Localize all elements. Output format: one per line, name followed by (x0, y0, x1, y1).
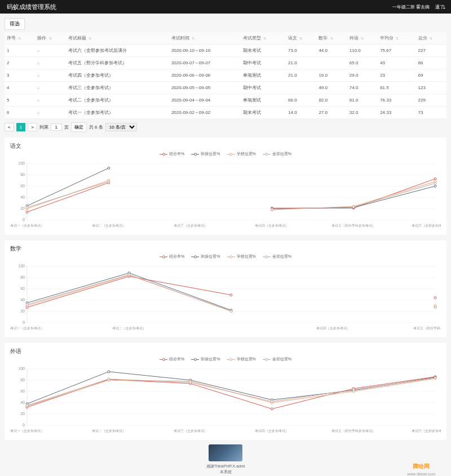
magnify-icon[interactable]: ⌕ (37, 98, 40, 103)
magnify-icon[interactable]: ⌕ (37, 73, 40, 78)
row-action[interactable]: ⌕ (35, 69, 65, 82)
svg-text:40: 40 (20, 195, 25, 199)
cell: 43 (378, 57, 415, 69)
legend-item[interactable]: 班级位置% (191, 254, 220, 259)
cell: 5 (5, 94, 35, 107)
chart-section-1: 数学 ⇣ 得分率%班级位置%学校位置%全部位置% 020406080100 考试… (5, 240, 446, 337)
table-row: 6⌕考试一（全参加考试）2020-09-02～09-02期末考试14.027.0… (5, 107, 446, 119)
col-2[interactable]: 考试标题 ⇅ (66, 32, 169, 45)
svg-text:80: 80 (20, 173, 25, 177)
sort-icon[interactable]: ⇅ (89, 36, 91, 40)
download-icon[interactable]: ⇣ (442, 5, 446, 10)
legend-item[interactable]: 得分率% (160, 356, 184, 362)
chart-legend: 得分率%班级位置%学校位置%全部位置% (10, 356, 441, 362)
page-confirm[interactable]: 确定 (71, 122, 87, 132)
col-5[interactable]: 语文 ⇅ (286, 32, 316, 45)
magnify-icon[interactable]: ⌕ (37, 48, 40, 53)
cell: 考试四（全参加考试） (66, 69, 169, 82)
svg-text:考试三（全参加考试）: 考试三（全参加考试） (174, 429, 207, 433)
row-action[interactable]: ⌕ (35, 107, 65, 119)
cell: 65.0 (347, 57, 378, 69)
svg-text:考试六（全部参加考试后满分不: 考试六（全部参加考试后满分不 (412, 223, 441, 228)
svg-text:0: 0 (23, 423, 25, 427)
col-9[interactable]: 总分 ⇅ (416, 32, 446, 45)
table-row: 1⌕考试六（全部参加考试后满分2020-09-10～09-10期末考试73.04… (5, 45, 446, 57)
svg-text:考试二（全参加考试）: 考试二（全参加考试） (112, 327, 146, 330)
svg-text:考试五（部分学科参加考试）: 考试五（部分学科参加考试） (331, 429, 375, 433)
svg-point-93 (108, 371, 110, 373)
legend-item[interactable]: 学校位置% (227, 254, 256, 259)
legend-item[interactable]: 得分率% (160, 254, 184, 259)
page-input[interactable] (51, 124, 62, 131)
sort-icon[interactable]: ⇅ (330, 36, 333, 40)
class-info[interactable]: 一年级二班 霍去病 (392, 4, 430, 10)
legend-item[interactable]: 班级位置% (191, 151, 220, 157)
chart-canvas: 020406080100 考试一（全参加考试）考试二（全参加考试）考试四（全参加… (10, 262, 441, 335)
col-0[interactable]: 序号 ⇅ (5, 32, 35, 45)
svg-point-17 (434, 178, 436, 180)
magnify-icon[interactable]: ⌕ (37, 60, 40, 65)
cell: 考试二（全参加考试） (66, 94, 169, 107)
cell: 110.0 (347, 45, 378, 57)
cell: 66.0 (286, 94, 316, 107)
chart-section-0: 语文 ⇣ 得分率%班级位置%学校位置%全部位置% 020406080100 考试… (5, 138, 446, 235)
magnify-icon[interactable]: ⌕ (37, 110, 40, 115)
page-1[interactable]: 1 (16, 123, 25, 131)
footer-decoration (209, 444, 242, 461)
cell: 考试六（全部参加考试后满分 (66, 45, 169, 57)
page-prev[interactable]: < (5, 123, 14, 131)
cell: 期中考试 (241, 57, 286, 69)
col-6[interactable]: 数学 ⇅ (316, 32, 347, 45)
legend-item[interactable]: 学校位置% (227, 356, 256, 362)
page-next[interactable]: > (28, 123, 37, 131)
cell: 2020-09-07～09-07 (169, 57, 241, 69)
cell: 81.0 (347, 94, 378, 107)
col-4[interactable]: 考试类型 ⇅ (241, 32, 286, 45)
cell: 32.0 (347, 107, 378, 119)
svg-point-106 (189, 381, 192, 384)
svg-point-22 (434, 185, 436, 187)
col-7[interactable]: 外语 ⇅ (347, 32, 378, 45)
cell: 2020-09-06～09-06 (169, 69, 241, 82)
svg-point-105 (108, 378, 110, 380)
col-1[interactable]: 操作 ⇅ (35, 32, 65, 45)
sort-icon[interactable]: ⇅ (396, 36, 399, 40)
sort-icon[interactable]: ⇅ (299, 36, 302, 40)
chart-canvas: 020406080100 考试一（全参加考试）考试二（全参加考试）考试三（全参加… (10, 159, 441, 232)
svg-text:考试三（全参加考试）: 考试三（全参加考试） (174, 224, 207, 228)
sort-icon[interactable]: ⇅ (430, 36, 432, 40)
svg-text:考试二（全参加考试）: 考试二（全参加考试） (92, 429, 126, 433)
table-row: 3⌕考试四（全参加考试）2020-09-06～09-06单项测试21.019.0… (5, 69, 446, 82)
filter-button[interactable]: 筛选 (5, 18, 25, 30)
cell: 227 (416, 45, 446, 57)
sort-icon[interactable]: ⇅ (361, 36, 364, 40)
row-action[interactable]: ⌕ (35, 57, 65, 69)
cell: 2 (5, 57, 35, 69)
legend-item[interactable]: 得分率% (160, 151, 184, 157)
svg-point-29 (108, 180, 110, 183)
sort-icon[interactable]: ⇅ (49, 36, 52, 40)
legend-item[interactable]: 全部位置% (263, 356, 291, 362)
legend-item[interactable]: 全部位置% (263, 254, 291, 259)
svg-text:考试六（全部参加考试后满分不: 考试六（全部参加考试后满分不 (412, 429, 441, 433)
chart-canvas: 020406080100 考试一（全参加考试）考试二（全参加考试）考试三（全参加… (10, 364, 441, 438)
row-action[interactable]: ⌕ (35, 94, 65, 107)
magnify-icon[interactable]: ⌕ (37, 85, 40, 90)
col-3[interactable]: 考试时间 ⇅ (169, 32, 241, 45)
page-size-select[interactable]: 10 条/页 (105, 123, 137, 131)
cell: 69 (416, 69, 446, 82)
sort-icon[interactable]: ⇅ (18, 36, 21, 40)
row-action[interactable]: ⌕ (35, 82, 65, 94)
col-8[interactable]: 平均分 ⇅ (378, 32, 415, 45)
cell: 29.0 (347, 69, 378, 82)
svg-text:考试五（部分学科参加考试）: 考试五（部分学科参加考试） (331, 223, 375, 228)
chart-legend: 得分率%班级位置%学校位置%全部位置% (10, 151, 441, 157)
sort-icon[interactable]: ⇅ (263, 36, 266, 40)
legend-item[interactable]: 学校位置% (227, 151, 256, 157)
svg-point-89 (271, 408, 273, 410)
cell: 49.0 (316, 82, 347, 94)
sort-icon[interactable]: ⇅ (192, 36, 194, 40)
legend-item[interactable]: 班级位置% (191, 356, 220, 362)
legend-item[interactable]: 全部位置% (263, 151, 291, 157)
row-action[interactable]: ⌕ (35, 45, 65, 57)
